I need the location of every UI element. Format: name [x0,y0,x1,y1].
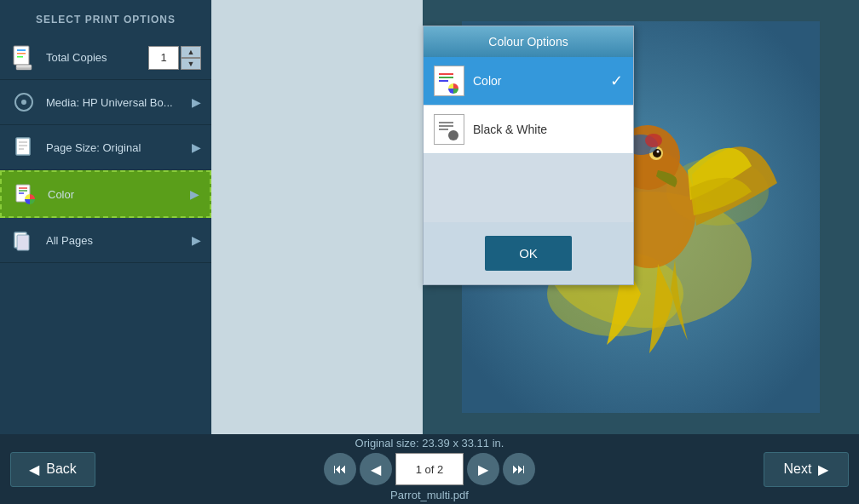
next-page-btn[interactable]: ▶ [467,453,499,485]
first-page-btn[interactable]: ⏮ [324,453,356,485]
page-size-label: Page Size: Original [46,141,192,154]
all-pages-icon [10,226,37,254]
all-pages-arrow-icon: ▶ [192,233,201,247]
next-button[interactable]: Next ▶ [764,452,849,487]
color-label: Color [48,188,190,201]
svg-rect-5 [16,65,32,68]
next-arrow-icon: ▶ [818,461,828,478]
media-arrow-icon: ▶ [192,95,201,109]
media-icon [10,89,37,116]
back-arrow-icon: ◀ [29,461,39,478]
svg-point-37 [657,151,660,153]
prev-page-btn[interactable]: ◀ [360,453,392,485]
back-label: Back [46,461,77,477]
svg-point-39 [645,134,662,147]
sidebar-title: SELECT PRINT OPTIONS [0,7,211,36]
color-icon [12,180,39,208]
pagination-controls: ⏮ ◀ ▶ ⏭ [324,453,535,485]
copies-down-btn[interactable]: ▼ [181,58,201,70]
sidebar-item-media[interactable]: Media: HP Universal Bo... ▶ [0,80,211,125]
colour-color-icon [434,66,464,96]
svg-rect-8 [16,138,30,155]
colour-options-title: Colour Options [424,26,633,57]
svg-point-7 [21,100,26,105]
page-size-arrow-icon: ▶ [192,140,201,154]
original-size-text: Original size: 23.39 x 33.11 in. [355,437,504,450]
copies-label: Total Copies [46,51,148,64]
bottom-bar: ◀ Back Original size: 23.39 x 33.11 in. … [0,434,859,504]
last-page-btn[interactable]: ⏭ [503,453,535,485]
colour-selected-checkmark: ✓ [610,72,623,90]
sidebar-item-color[interactable]: Color ▶ [0,170,211,218]
colour-options-body [424,154,633,222]
sidebar-item-all-pages[interactable]: All Pages ▶ [0,218,211,263]
colour-options-panel: Colour Options [423,26,634,285]
copies-up-btn[interactable]: ▲ [181,46,201,58]
ok-area: OK [424,222,633,284]
app-container: SELECT PRINT OPTIONS Total Copies [0,0,859,504]
main-area: SELECT PRINT OPTIONS Total Copies [0,0,859,434]
svg-point-27 [448,130,458,140]
file-info: Original size: 23.39 x 33.11 in. ⏮ ◀ ▶ ⏭… [95,437,764,501]
media-label: Media: HP Universal Bo... [46,96,192,109]
color-arrow-icon: ▶ [190,187,199,201]
svg-rect-0 [14,46,29,65]
copies-spinner-btns: ▲ ▼ [181,46,201,70]
colour-bw-label: Black & White [473,123,623,136]
svg-rect-2 [17,53,26,54]
all-pages-label: All Pages [46,234,192,247]
colour-bw-icon [434,114,464,145]
sidebar-item-page-size[interactable]: Page Size: Original ▶ [0,125,211,170]
page-size-icon [10,134,37,161]
next-label: Next [784,461,812,477]
back-button[interactable]: ◀ Back [10,452,95,487]
svg-rect-18 [17,235,29,250]
colour-option-color[interactable]: Color ✓ [424,57,633,106]
svg-rect-1 [17,49,26,51]
filename-text: Parrot_multi.pdf [390,489,469,501]
copies-input[interactable] [148,46,179,70]
sidebar-item-total-copies: Total Copies ▲ ▼ [0,36,211,80]
colour-option-bw[interactable]: Black & White [424,106,633,154]
colour-color-label: Color [473,74,610,88]
copies-icon [10,44,37,72]
ok-button[interactable]: OK [485,236,572,271]
sidebar: SELECT PRINT OPTIONS Total Copies [0,0,211,434]
page-input[interactable] [395,453,464,485]
svg-rect-3 [17,56,23,58]
